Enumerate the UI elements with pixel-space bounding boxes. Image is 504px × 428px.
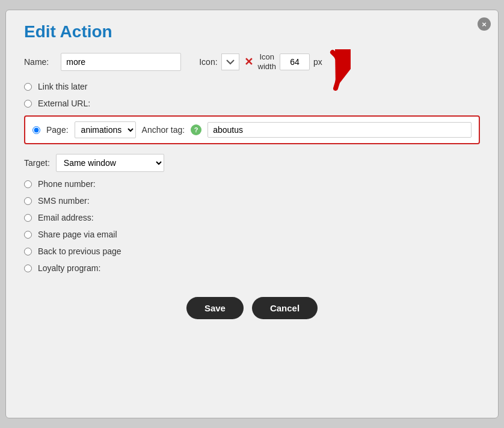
share-radio[interactable] [24,231,32,239]
share-row: Share page via email [24,230,480,239]
page-label[interactable]: Page: [46,125,69,135]
close-icon: × [482,20,487,29]
email-label[interactable]: Email address: [38,213,94,222]
icon-remove-button[interactable]: ✕ [243,55,254,69]
px-label: px [313,57,322,67]
loyalty-label[interactable]: Loyalty program: [38,263,100,273]
icon-group: Icon: ✕ Iconwidth px [199,52,322,71]
external-url-row: External URL: [24,99,480,108]
back-label[interactable]: Back to previous page [38,246,121,256]
phone-radio[interactable] [24,180,32,188]
target-label: Target: [24,158,50,168]
anchor-tag-label: Anchor tag: [142,125,185,135]
external-url-radio[interactable] [24,100,32,108]
link-later-row: Link this later [24,82,480,91]
target-select[interactable]: Same window New window Parent frame Top … [56,154,164,172]
phone-row: Phone number: [24,179,480,189]
email-radio[interactable] [24,214,32,222]
close-button[interactable]: × [478,17,491,31]
sms-radio[interactable] [24,197,32,205]
page-select[interactable]: animations home about contact [75,121,136,138]
icon-label: Icon: [199,57,217,67]
link-later-label[interactable]: Link this later [38,82,87,91]
phone-label[interactable]: Phone number: [38,179,96,189]
anchor-input[interactable] [207,122,472,138]
page-radio[interactable] [32,126,40,134]
sms-row: SMS number: [24,196,480,206]
name-icon-row: Name: Icon: ✕ Iconwidth px [24,52,480,71]
loyalty-radio[interactable] [24,264,32,272]
icon-width-input[interactable] [280,54,310,70]
buttons-row: Save Cancel [24,297,480,319]
edit-action-dialog: × Edit Action Name: Icon: ✕ Iconwidth px [5,10,499,418]
email-row: Email address: [24,213,480,222]
share-label[interactable]: Share page via email [38,230,117,239]
sms-label[interactable]: SMS number: [38,196,90,206]
icon-select-button[interactable] [221,54,239,70]
back-row: Back to previous page [24,246,480,256]
help-icon[interactable]: ? [191,124,201,135]
cancel-button[interactable]: Cancel [252,297,318,319]
save-button[interactable]: Save [186,297,244,319]
icon-width-label: Iconwidth [258,52,276,71]
loyalty-row: Loyalty program: [24,263,480,273]
name-label: Name: [24,57,49,67]
external-url-label[interactable]: External URL: [38,99,90,108]
target-row: Target: Same window New window Parent fr… [24,154,480,172]
chevron-down-icon [226,57,235,67]
link-later-radio[interactable] [24,83,32,91]
back-radio[interactable] [24,248,32,255]
dialog-title: Edit Action [24,22,480,41]
name-input[interactable] [61,53,181,71]
options-section: Link this later External URL: Page: anim… [24,82,480,273]
page-row: Page: animations home about contact Anch… [24,115,480,144]
